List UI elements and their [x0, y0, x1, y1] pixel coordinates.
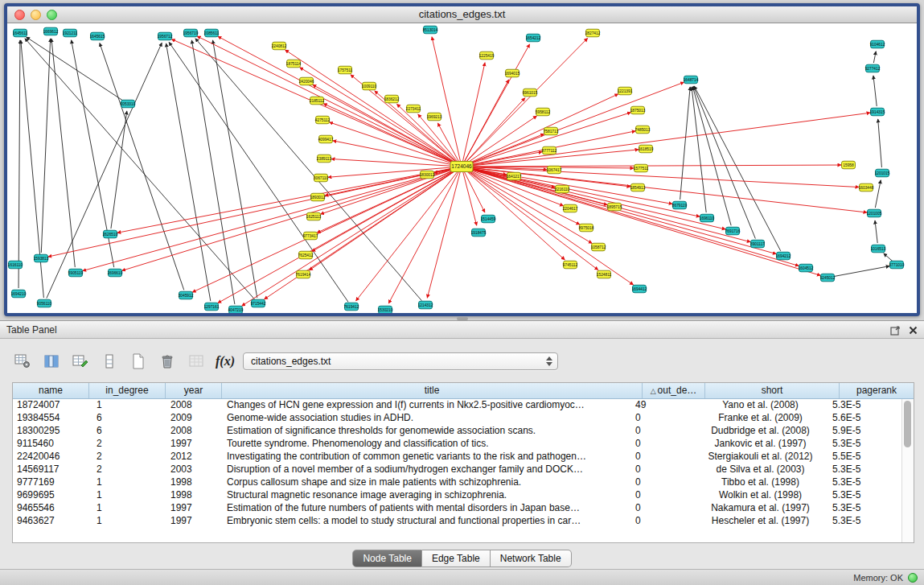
graph-node[interactable]: 1893012 [310, 193, 326, 201]
tab-network-table[interactable]: Network Table [491, 550, 572, 567]
graph-node[interactable]: 9745112 [563, 261, 578, 269]
table-cell[interactable]: 5.5E-5 [827, 451, 901, 463]
column-header-year[interactable]: year [166, 383, 222, 398]
table-cell[interactable]: 0 [630, 515, 693, 528]
graph-node[interactable]: 3216110 [555, 185, 570, 193]
citation-edge-black[interactable] [680, 87, 691, 200]
table-cell[interactable]: Corpus callosum shape and size in male p… [222, 476, 630, 489]
graph-node[interactable]: 1593813 [34, 254, 49, 262]
graph-node[interactable]: 4047219 [228, 306, 244, 314]
citation-edge-red[interactable] [467, 113, 870, 166]
graph-node[interactable]: 1201015 [875, 169, 890, 177]
table-row[interactable]: 946362711997Embryonic stem cells: a mode… [13, 515, 901, 528]
zoom-window-button[interactable] [47, 10, 57, 20]
table-cell[interactable]: 5.9E-5 [827, 425, 901, 438]
graph-node[interactable]: 1696110 [700, 214, 715, 222]
citation-edge-black[interactable] [47, 43, 162, 298]
table-cell[interactable]: Estimation of significance thresholds fo… [222, 425, 630, 438]
citation-edge-red[interactable] [467, 167, 700, 216]
table-cell[interactable]: Genome-wide association studies in ADHD. [222, 412, 630, 425]
scrollbar-thumb[interactable] [904, 401, 911, 447]
citation-edge-red[interactable] [122, 168, 457, 270]
table-cell[interactable]: 5.3E-5 [827, 399, 901, 412]
graph-node[interactable]: 8679119 [672, 201, 688, 209]
citation-edge-red[interactable] [117, 167, 456, 233]
graph-node[interactable]: 1918475 [471, 229, 487, 237]
table-select-dropdown[interactable]: citations_edges.txt [243, 352, 558, 370]
graph-node[interactable]: 3045912 [179, 291, 194, 299]
table-cell[interactable]: 22420046 [13, 451, 89, 463]
table-cell[interactable]: 1997 [166, 515, 222, 528]
table-row[interactable]: 1872400712008Changes of HCN gene express… [13, 399, 901, 412]
citation-edge-red[interactable] [264, 170, 457, 299]
graph-node[interactable]: 1603448 [859, 183, 874, 192]
graph-node[interactable]: 1214312 [418, 301, 433, 309]
graph-node[interactable]: 2273411 [406, 105, 421, 113]
citation-edge-red[interactable] [356, 171, 458, 300]
table-cell[interactable]: 18724007 [13, 399, 89, 412]
graph-node[interactable]: 1757511 [338, 66, 353, 74]
citation-edge-red[interactable] [396, 104, 457, 163]
function-builder-icon[interactable]: f(x) [216, 354, 235, 369]
table-cell[interactable]: 5.3E-5 [827, 515, 901, 528]
show-columns-icon[interactable] [40, 351, 63, 372]
delete-icon[interactable] [156, 351, 179, 372]
vertical-scrollbar[interactable] [901, 399, 914, 542]
table-cell[interactable]: 49 [630, 399, 693, 412]
citation-edge-red[interactable] [464, 44, 529, 162]
table-cell[interactable]: Hescheler et al. (1997) [693, 515, 827, 528]
network-graph[interactable]: 2240812187511424200462185112427511240994… [7, 23, 917, 315]
graph-node[interactable]: 1604512 [799, 264, 814, 272]
table-cell[interactable]: Changes of HCN gene expression and I(f) … [222, 399, 630, 412]
graph-node[interactable]: 1669612 [43, 27, 59, 35]
table-cell[interactable]: 9465546 [13, 502, 89, 515]
graph-node[interactable]: 1854913 [630, 183, 646, 192]
table-cell[interactable]: 1 [89, 476, 166, 489]
graph-node[interactable]: 1009110 [362, 82, 377, 90]
table-cell[interactable]: 2 [89, 463, 166, 476]
table-cell[interactable]: 2009 [166, 412, 222, 425]
graph-node[interactable]: 1694212 [776, 252, 791, 260]
graph-node[interactable]: 2420046 [299, 77, 314, 85]
column-header-short[interactable]: short [705, 383, 840, 398]
graph-node[interactable]: 1577511 [634, 164, 649, 172]
table-cell[interactable]: 2 [89, 438, 166, 451]
graph-node[interactable]: 5958112 [536, 108, 551, 116]
citation-edge-black[interactable] [884, 253, 893, 262]
table-cell[interactable]: 5.3E-5 [827, 502, 901, 515]
table-cell[interactable]: Franke et al. (2009) [693, 412, 827, 425]
graph-node[interactable]: 2053310 [121, 100, 136, 108]
table-cell[interactable]: 0 [630, 438, 693, 451]
table-cell[interactable]: 2008 [166, 425, 222, 438]
graph-node[interactable]: 1956719 [183, 29, 199, 37]
graph-node[interactable]: 2696610 [108, 269, 123, 277]
graph-node[interactable]: 1514459 [481, 215, 496, 223]
citation-edge-red[interactable] [83, 168, 457, 271]
window-titlebar[interactable]: citations_edges.txt [7, 6, 917, 23]
graph-node[interactable]: 15958 [842, 161, 856, 169]
graph-node[interactable]: 8975018 [579, 224, 594, 232]
graph-node[interactable]: 1530210 [378, 306, 393, 314]
citation-edge-black[interactable] [692, 87, 731, 226]
graph-node[interactable]: 1524811 [597, 270, 612, 278]
table-cell[interactable]: 5.3E-5 [827, 463, 901, 476]
table-settings-icon[interactable] [11, 351, 34, 372]
minimize-window-button[interactable] [31, 10, 41, 20]
graph-node[interactable]: 1830012 [420, 171, 435, 179]
close-window-button[interactable] [14, 10, 25, 20]
graph-node[interactable]: 1914315 [870, 108, 885, 116]
graph-node[interactable]: 7619414 [296, 270, 311, 278]
tab-node-table[interactable]: Node Table [352, 550, 422, 567]
table-cell[interactable]: 2012 [166, 451, 222, 463]
graph-node[interactable]: 9715442 [251, 299, 266, 307]
table-cell[interactable]: 0 [630, 502, 693, 515]
graph-node[interactable]: 2827412 [585, 29, 601, 37]
citation-edge-black[interactable] [18, 40, 20, 288]
table-row[interactable]: 1456911722003Disruption of a novel membe… [13, 463, 901, 476]
table-cell[interactable]: 14569117 [13, 463, 89, 476]
graph-node[interactable]: 1221391 [618, 87, 633, 95]
table-row[interactable]: 969969511998Structural magnetic resonanc… [13, 489, 901, 502]
graph-node[interactable]: 1956712 [158, 32, 173, 40]
graph-node[interactable]: 7581713 [544, 127, 559, 135]
graph-node[interactable]: 1016513 [871, 245, 886, 253]
